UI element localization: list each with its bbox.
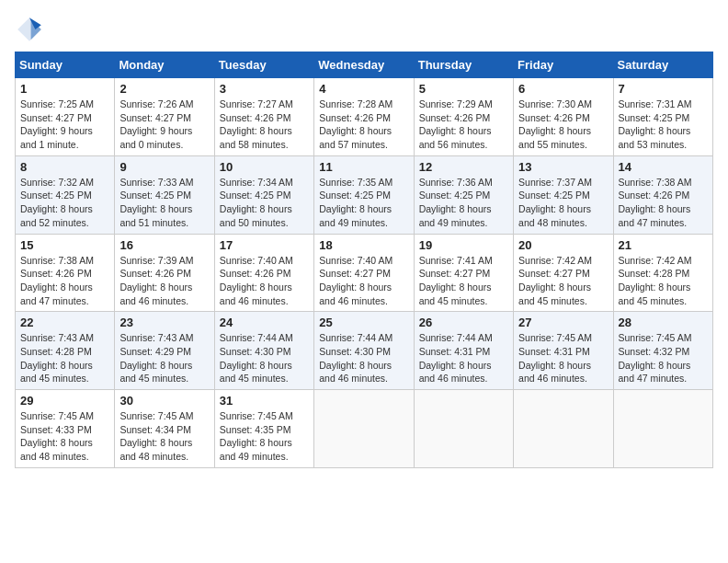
calendar-cell: 16 Sunrise: 7:39 AMSunset: 4:26 PMDaylig… (115, 234, 214, 312)
day-number: 14 (619, 160, 708, 174)
day-number: 3 (220, 82, 309, 96)
week-row-5: 29 Sunrise: 7:45 AMSunset: 4:33 PMDaylig… (16, 390, 713, 468)
day-number: 23 (119, 316, 209, 329)
day-number: 31 (220, 394, 309, 408)
calendar-cell: 7 Sunrise: 7:31 AMSunset: 4:25 PMDayligh… (613, 78, 712, 156)
week-row-2: 8 Sunrise: 7:32 AMSunset: 4:25 PMDayligh… (16, 155, 713, 234)
day-number: 21 (619, 238, 708, 252)
weekday-header-sunday: Sunday (16, 52, 115, 78)
day-number: 19 (419, 238, 508, 252)
calendar-cell: 2 Sunrise: 7:26 AMSunset: 4:27 PMDayligh… (115, 78, 214, 156)
calendar-cell: 11 Sunrise: 7:35 AMSunset: 4:25 PMDaylig… (314, 155, 414, 234)
day-detail: Sunrise: 7:40 AMSunset: 4:27 PMDaylight:… (319, 255, 392, 306)
day-detail: Sunrise: 7:44 AMSunset: 4:31 PMDaylight:… (419, 332, 493, 384)
calendar-cell: 23 Sunrise: 7:43 AMSunset: 4:29 PMDaylig… (115, 312, 214, 390)
day-number: 17 (220, 238, 309, 252)
logo-icon (15, 15, 44, 44)
day-detail: Sunrise: 7:42 AMSunset: 4:27 PMDaylight:… (518, 255, 592, 306)
calendar-cell (613, 390, 712, 468)
day-detail: Sunrise: 7:45 AMSunset: 4:35 PMDaylight:… (220, 410, 293, 462)
weekday-header-thursday: Thursday (414, 52, 513, 78)
day-number: 26 (419, 316, 508, 329)
weekday-header-friday: Friday (514, 52, 613, 78)
day-number: 9 (119, 160, 209, 174)
day-number: 12 (419, 160, 508, 174)
day-detail: Sunrise: 7:45 AMSunset: 4:34 PMDaylight:… (119, 410, 193, 462)
logo (15, 15, 48, 44)
day-number: 30 (119, 394, 209, 408)
day-detail: Sunrise: 7:45 AMSunset: 4:31 PMDaylight:… (518, 332, 592, 384)
day-detail: Sunrise: 7:40 AMSunset: 4:26 PMDaylight:… (220, 255, 293, 306)
day-detail: Sunrise: 7:44 AMSunset: 4:30 PMDaylight:… (220, 332, 293, 384)
calendar-cell: 6 Sunrise: 7:30 AMSunset: 4:26 PMDayligh… (514, 78, 613, 156)
day-number: 20 (518, 238, 608, 252)
calendar-cell: 28 Sunrise: 7:45 AMSunset: 4:32 PMDaylig… (613, 312, 712, 390)
calendar-cell: 25 Sunrise: 7:44 AMSunset: 4:30 PMDaylig… (314, 312, 414, 390)
day-detail: Sunrise: 7:44 AMSunset: 4:30 PMDaylight:… (319, 332, 392, 384)
calendar-cell (314, 390, 414, 468)
day-number: 15 (20, 238, 109, 252)
header (15, 15, 713, 44)
calendar-cell: 26 Sunrise: 7:44 AMSunset: 4:31 PMDaylig… (414, 312, 513, 390)
calendar-cell: 17 Sunrise: 7:40 AMSunset: 4:26 PMDaylig… (214, 234, 313, 312)
day-detail: Sunrise: 7:43 AMSunset: 4:28 PMDaylight:… (20, 332, 94, 384)
week-row-1: 1 Sunrise: 7:25 AMSunset: 4:27 PMDayligh… (16, 78, 713, 156)
day-number: 11 (319, 160, 408, 174)
day-detail: Sunrise: 7:35 AMSunset: 4:25 PMDaylight:… (319, 177, 392, 228)
calendar-cell: 29 Sunrise: 7:45 AMSunset: 4:33 PMDaylig… (16, 390, 115, 468)
day-number: 29 (20, 394, 109, 408)
day-number: 13 (518, 160, 608, 174)
day-number: 7 (619, 82, 708, 96)
calendar-cell: 10 Sunrise: 7:34 AMSunset: 4:25 PMDaylig… (214, 155, 313, 234)
day-number: 27 (518, 316, 608, 329)
calendar-cell: 5 Sunrise: 7:29 AMSunset: 4:26 PMDayligh… (414, 78, 513, 156)
calendar-cell: 22 Sunrise: 7:43 AMSunset: 4:28 PMDaylig… (16, 312, 115, 390)
calendar-cell (414, 390, 513, 468)
calendar-table: SundayMondayTuesdayWednesdayThursdayFrid… (15, 52, 713, 468)
day-detail: Sunrise: 7:45 AMSunset: 4:33 PMDaylight:… (20, 410, 94, 462)
day-detail: Sunrise: 7:38 AMSunset: 4:26 PMDaylight:… (20, 255, 94, 306)
day-number: 16 (119, 238, 209, 252)
day-detail: Sunrise: 7:36 AMSunset: 4:25 PMDaylight:… (419, 177, 493, 228)
weekday-header-saturday: Saturday (613, 52, 712, 78)
calendar-cell: 30 Sunrise: 7:45 AMSunset: 4:34 PMDaylig… (115, 390, 214, 468)
calendar-cell: 21 Sunrise: 7:42 AMSunset: 4:28 PMDaylig… (613, 234, 712, 312)
day-detail: Sunrise: 7:37 AMSunset: 4:25 PMDaylight:… (518, 177, 592, 228)
day-number: 2 (119, 82, 209, 96)
day-detail: Sunrise: 7:41 AMSunset: 4:27 PMDaylight:… (419, 255, 493, 306)
day-detail: Sunrise: 7:42 AMSunset: 4:28 PMDaylight:… (619, 255, 692, 306)
calendar-cell: 1 Sunrise: 7:25 AMSunset: 4:27 PMDayligh… (16, 78, 115, 156)
calendar-cell: 24 Sunrise: 7:44 AMSunset: 4:30 PMDaylig… (214, 312, 313, 390)
calendar-cell: 13 Sunrise: 7:37 AMSunset: 4:25 PMDaylig… (514, 155, 613, 234)
day-number: 6 (518, 82, 608, 96)
day-detail: Sunrise: 7:45 AMSunset: 4:32 PMDaylight:… (619, 332, 692, 384)
day-detail: Sunrise: 7:39 AMSunset: 4:26 PMDaylight:… (119, 255, 193, 306)
day-number: 25 (319, 316, 408, 329)
calendar-cell: 31 Sunrise: 7:45 AMSunset: 4:35 PMDaylig… (214, 390, 313, 468)
day-detail: Sunrise: 7:43 AMSunset: 4:29 PMDaylight:… (119, 332, 193, 384)
day-detail: Sunrise: 7:25 AMSunset: 4:27 PMDaylight:… (20, 98, 94, 150)
week-row-3: 15 Sunrise: 7:38 AMSunset: 4:26 PMDaylig… (16, 234, 713, 312)
day-detail: Sunrise: 7:38 AMSunset: 4:26 PMDaylight:… (619, 177, 692, 228)
calendar-cell: 18 Sunrise: 7:40 AMSunset: 4:27 PMDaylig… (314, 234, 414, 312)
weekday-header-tuesday: Tuesday (214, 52, 313, 78)
calendar-cell: 20 Sunrise: 7:42 AMSunset: 4:27 PMDaylig… (514, 234, 613, 312)
calendar-cell: 8 Sunrise: 7:32 AMSunset: 4:25 PMDayligh… (16, 155, 115, 234)
day-detail: Sunrise: 7:29 AMSunset: 4:26 PMDaylight:… (419, 98, 493, 150)
day-detail: Sunrise: 7:33 AMSunset: 4:25 PMDaylight:… (119, 177, 193, 228)
day-detail: Sunrise: 7:31 AMSunset: 4:25 PMDaylight:… (619, 98, 692, 150)
day-number: 4 (319, 82, 408, 96)
calendar-cell: 19 Sunrise: 7:41 AMSunset: 4:27 PMDaylig… (414, 234, 513, 312)
day-detail: Sunrise: 7:28 AMSunset: 4:26 PMDaylight:… (319, 98, 392, 150)
weekday-header-row: SundayMondayTuesdayWednesdayThursdayFrid… (16, 52, 713, 78)
day-detail: Sunrise: 7:32 AMSunset: 4:25 PMDaylight:… (20, 177, 94, 228)
page-container: SundayMondayTuesdayWednesdayThursdayFrid… (15, 15, 713, 468)
calendar-cell: 4 Sunrise: 7:28 AMSunset: 4:26 PMDayligh… (314, 78, 414, 156)
day-number: 22 (20, 316, 109, 329)
calendar-cell: 9 Sunrise: 7:33 AMSunset: 4:25 PMDayligh… (115, 155, 214, 234)
day-number: 8 (20, 160, 109, 174)
calendar-cell: 14 Sunrise: 7:38 AMSunset: 4:26 PMDaylig… (613, 155, 712, 234)
day-detail: Sunrise: 7:26 AMSunset: 4:27 PMDaylight:… (119, 98, 193, 150)
day-number: 5 (419, 82, 508, 96)
day-detail: Sunrise: 7:34 AMSunset: 4:25 PMDaylight:… (220, 177, 293, 228)
